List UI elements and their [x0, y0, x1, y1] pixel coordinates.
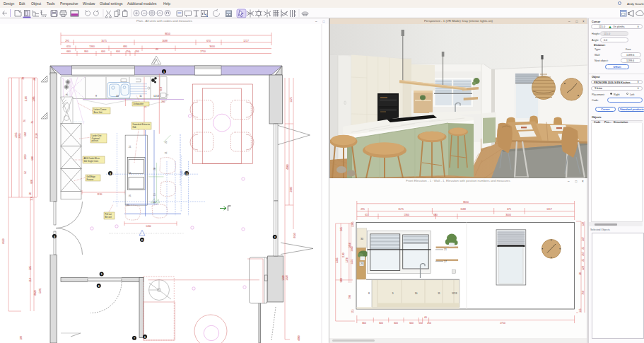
- svg-text:600 Single Oven: 600 Single Oven: [84, 160, 99, 163]
- svg-text:52: 52: [24, 171, 27, 174]
- svg-text:610: 610: [66, 45, 71, 48]
- svg-text:245: 245: [340, 227, 343, 231]
- svg-text:30: 30: [361, 238, 363, 240]
- svg-text:790: 790: [349, 295, 351, 299]
- svg-text:78: 78: [22, 77, 25, 80]
- svg-text:22: 22: [165, 141, 168, 144]
- svg-text:670: 670: [206, 40, 211, 42]
- svg-text:8: 8: [368, 292, 370, 295]
- svg-text:1217: 1217: [243, 40, 249, 42]
- svg-text:118: 118: [30, 197, 33, 200]
- svg-text:76: 76: [31, 121, 34, 124]
- svg-text:300: 300: [340, 278, 343, 282]
- svg-text:25: 25: [582, 259, 585, 262]
- svg-text:10: 10: [415, 292, 418, 295]
- svg-text:585: 585: [29, 266, 32, 270]
- svg-text:40: 40: [153, 201, 156, 204]
- svg-text:18: 18: [127, 204, 129, 207]
- svg-text:610: 610: [160, 87, 163, 91]
- svg-text:1010: 1010: [24, 154, 27, 160]
- svg-text:14: 14: [129, 146, 131, 149]
- svg-text:2345: 2345: [336, 257, 339, 263]
- svg-text:1184: 1184: [25, 96, 28, 101]
- svg-text:1588: 1588: [460, 208, 466, 211]
- svg-text:1643: 1643: [351, 246, 353, 252]
- svg-text:118: 118: [29, 278, 32, 281]
- svg-text:1228: 1228: [286, 275, 288, 281]
- svg-text:1213: 1213: [153, 95, 159, 98]
- svg-text:328: 328: [582, 266, 585, 270]
- svg-text:5: 5: [101, 273, 103, 276]
- svg-text:600: 600: [409, 322, 414, 325]
- svg-text:2130: 2130: [180, 170, 183, 176]
- svg-text:9: 9: [95, 95, 97, 98]
- svg-text:1: 1: [163, 71, 165, 74]
- svg-text:608: 608: [24, 132, 27, 136]
- svg-text:675: 675: [507, 208, 511, 211]
- svg-text:40: 40: [424, 316, 427, 319]
- svg-text:1251: 1251: [351, 259, 353, 264]
- svg-text:20: 20: [33, 78, 36, 81]
- svg-text:115: 115: [351, 309, 354, 313]
- svg-text:250: 250: [427, 322, 431, 325]
- svg-text:200: 200: [135, 50, 139, 53]
- svg-text:660: 660: [66, 50, 71, 53]
- svg-text:8: 8: [98, 285, 100, 288]
- svg-text:Base Unit: Base Unit: [94, 111, 103, 114]
- svg-text:20: 20: [153, 168, 156, 170]
- svg-text:76: 76: [23, 120, 26, 122]
- svg-text:Freezer: Freezer: [87, 178, 94, 181]
- svg-text:4800: 4800: [286, 164, 289, 170]
- svg-text:pullouts: pullouts: [92, 139, 99, 142]
- svg-text:3600: 3600: [290, 187, 293, 192]
- svg-text:10: 10: [116, 95, 119, 98]
- svg-text:138: 138: [582, 222, 585, 226]
- svg-text:600: 600: [394, 322, 398, 325]
- svg-text:295: 295: [65, 40, 69, 42]
- svg-text:1317: 1317: [546, 208, 552, 211]
- svg-text:115: 115: [579, 308, 582, 312]
- svg-text:600: 600: [30, 180, 33, 184]
- svg-text:Dishwasher: Dishwasher: [134, 103, 144, 105]
- svg-text:6: 6: [144, 336, 146, 339]
- svg-text:2750: 2750: [500, 322, 505, 325]
- svg-text:8650: 8650: [463, 201, 469, 204]
- svg-text:8650: 8650: [2, 238, 5, 244]
- svg-text:1575: 1575: [398, 208, 404, 211]
- svg-text:1200: 1200: [146, 225, 151, 228]
- svg-text:1360: 1360: [404, 214, 409, 216]
- svg-text:1190: 1190: [342, 252, 345, 257]
- svg-text:295: 295: [361, 208, 365, 211]
- svg-text:267: 267: [582, 252, 585, 256]
- svg-text:150: 150: [126, 50, 130, 53]
- svg-text:2345: 2345: [351, 221, 354, 227]
- svg-text:3265: 3265: [15, 132, 18, 138]
- svg-text:2750: 2750: [200, 50, 206, 53]
- svg-text:4: 4: [54, 236, 55, 238]
- svg-text:4800: 4800: [298, 335, 300, 341]
- svg-text:1688: 1688: [162, 40, 168, 42]
- svg-text:660: 660: [362, 322, 366, 325]
- svg-text:260: 260: [161, 100, 165, 103]
- svg-text:768: 768: [582, 291, 585, 295]
- svg-text:30: 30: [29, 192, 32, 195]
- svg-text:20: 20: [579, 272, 582, 275]
- svg-text:8650: 8650: [293, 233, 296, 238]
- svg-text:9: 9: [392, 292, 394, 295]
- svg-text:600: 600: [379, 322, 383, 325]
- svg-text:600: 600: [31, 156, 34, 161]
- svg-text:2: 2: [274, 236, 276, 239]
- svg-text:800: 800: [84, 50, 88, 53]
- svg-text:Bin unit: Bin unit: [105, 216, 112, 219]
- svg-text:680: 680: [433, 214, 438, 216]
- svg-text:5491: 5491: [39, 288, 42, 293]
- svg-text:40: 40: [156, 48, 158, 51]
- svg-text:11: 11: [139, 95, 142, 98]
- svg-text:11: 11: [141, 239, 144, 242]
- svg-text:7: 7: [134, 337, 135, 340]
- svg-text:600: 600: [116, 50, 120, 53]
- svg-text:3000: 3000: [209, 45, 215, 48]
- svg-text:1360: 1360: [89, 45, 95, 48]
- svg-text:1190: 1190: [97, 193, 102, 196]
- svg-text:1206: 1206: [33, 96, 35, 102]
